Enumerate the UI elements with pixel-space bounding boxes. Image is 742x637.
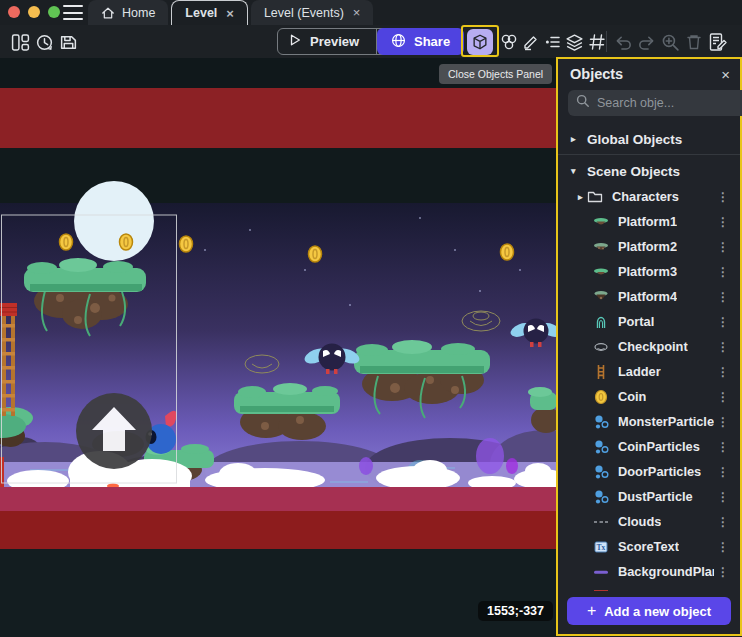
object-row-characters[interactable]: ▸Characters⋮ [558,184,740,209]
object-row-checkpoint[interactable]: Checkpoint⋮ [558,334,740,359]
tab-label: Level (Events) [264,6,344,20]
coin-object [501,244,514,260]
ladder-icon [592,363,609,380]
object-row-scoretext[interactable]: TxScoreText⋮ [558,534,740,559]
object-name: DoorParticles [618,464,701,479]
dark-band [0,148,557,203]
edit-scene-events-icon[interactable] [708,32,728,52]
object-row-clouds[interactable]: Clouds⋮ [558,509,740,534]
object-menu-icon[interactable]: ⋮ [714,215,732,229]
object-name: DustParticle [618,489,693,504]
properties-icon[interactable] [543,32,563,52]
minimize-window-icon[interactable] [28,6,40,18]
object-name: CoinParticles [618,439,700,454]
object-name: Clouds [618,514,661,529]
object-menu-icon[interactable]: ⋮ [714,565,732,579]
objects-panel-icon[interactable] [467,29,493,55]
object-menu-icon[interactable]: ⋮ [714,390,732,404]
object-row-monsterparticles[interactable]: MonsterParticles⋮ [558,409,740,434]
history-icon[interactable] [34,32,54,52]
text-icon: Tx [592,538,609,555]
object-row-platform4[interactable]: Platform4⋮ [558,284,740,309]
object-menu-icon[interactable]: ⋮ [714,590,732,592]
scene-editor-canvas[interactable] [0,58,557,637]
object-row-leftboundary[interactable]: LeftBoundary⋮ [558,584,740,591]
add-object-button[interactable]: + Add a new object [567,597,731,625]
platform2-icon [592,238,609,255]
coin-object [120,234,133,250]
close-window-icon[interactable] [8,6,20,18]
object-row-portal[interactable]: Portal⋮ [558,309,740,334]
object-menu-icon[interactable]: ⋮ [714,240,732,254]
divider [558,154,740,155]
share-button[interactable]: Share [377,28,464,55]
close-icon[interactable]: × [721,67,730,82]
tooltip: Close Objects Panel [439,64,552,84]
object-menu-icon[interactable]: ⋮ [714,440,732,454]
tab-level[interactable]: Level × [171,0,248,25]
undo-icon[interactable] [613,32,633,52]
search-box[interactable] [568,90,742,116]
plant-icon [592,563,609,580]
expand-arrow-icon[interactable]: ▸ [578,192,586,202]
cursor-coordinates-badge: 1553;-337 [478,601,553,621]
panels-icon[interactable] [10,32,30,52]
object-menu-icon[interactable]: ⋮ [714,465,732,479]
close-tab-icon[interactable]: × [353,5,361,20]
tab-home[interactable]: Home [88,0,168,25]
moon[interactable] [74,181,154,261]
redo-icon[interactable] [636,32,656,52]
zoom-in-icon[interactable] [660,32,680,52]
close-tab-icon[interactable]: × [226,6,234,21]
object-menu-icon[interactable]: ⋮ [714,515,732,529]
svg-text:Tx: Tx [596,542,605,551]
object-row-backgroundplants[interactable]: BackgroundPlants⋮ [558,559,740,584]
particles-icon [592,463,609,480]
save-icon[interactable] [58,32,78,52]
object-menu-icon[interactable]: ⋮ [714,415,732,429]
tab-level-events[interactable]: Level (Events) × [251,0,374,25]
object-name: MonsterParticles [618,414,714,429]
coin-object [60,234,73,250]
object-menu-icon[interactable]: ⋮ [714,340,732,354]
object-row-ladder[interactable]: Ladder⋮ [558,359,740,384]
particles-icon [592,488,609,505]
object-groups-icon[interactable] [499,32,519,52]
object-row-platform3[interactable]: Platform3⋮ [558,259,740,284]
platform3-icon [592,263,609,280]
search-input[interactable] [597,96,742,110]
object-menu-icon[interactable]: ⋮ [714,190,732,204]
object-row-platform1[interactable]: Platform1⋮ [558,209,740,234]
checkpoint-icon [592,338,609,355]
group-label: Scene Objects [587,164,680,179]
object-name: Platform1 [618,214,677,229]
collapse-arrow-icon: ▾ [571,166,579,176]
tab-label: Home [122,6,155,20]
edit-icon[interactable] [521,32,541,52]
object-menu-icon[interactable]: ⋮ [714,290,732,304]
object-row-coinparticles[interactable]: CoinParticles⋮ [558,434,740,459]
maximize-window-icon[interactable] [48,6,60,18]
object-menu-icon[interactable]: ⋮ [714,265,732,279]
hamburger-icon[interactable] [63,5,83,20]
group-scene-objects[interactable]: ▾ Scene Objects [558,158,740,184]
object-menu-icon[interactable]: ⋮ [714,315,732,329]
toolbar: Preview Share [0,25,742,58]
object-menu-icon[interactable]: ⋮ [714,490,732,504]
grid-icon[interactable] [587,32,607,52]
platform-object[interactable] [234,383,340,440]
object-row-platform2[interactable]: Platform2⋮ [558,234,740,259]
object-name: Coin [618,389,646,404]
object-row-doorparticles[interactable]: DoorParticles⋮ [558,459,740,484]
group-global-objects[interactable]: ▸ Global Objects [558,126,740,152]
trash-icon[interactable] [684,32,704,52]
object-menu-icon[interactable]: ⋮ [714,365,732,379]
object-name: ScoreText [618,539,679,554]
object-menu-icon[interactable]: ⋮ [714,540,732,554]
object-row-coin[interactable]: Coin⋮ [558,384,740,409]
up-arrow-control-object[interactable] [76,393,152,469]
object-row-dustparticle[interactable]: DustParticle⋮ [558,484,740,509]
tab-label: Level [185,6,217,20]
object-name: Platform3 [618,264,677,279]
layers-icon[interactable] [564,32,584,52]
